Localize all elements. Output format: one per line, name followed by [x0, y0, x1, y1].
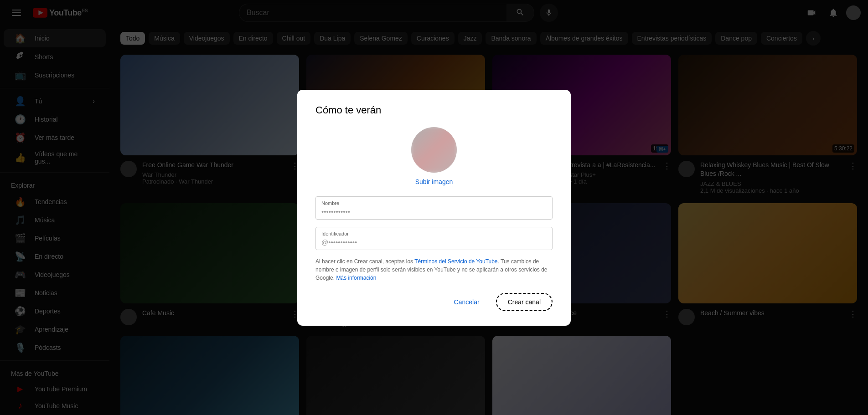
modal-actions: Cancelar Crear canal: [315, 293, 553, 311]
id-value: @••••••••••••: [321, 238, 547, 246]
name-value: ••••••••••••: [321, 208, 547, 215]
id-field-wrapper: Identificador @••••••••••••: [315, 227, 553, 250]
upload-image-link[interactable]: Subir imagen: [415, 178, 453, 185]
modal-overlay[interactable]: Cómo te verán Subir imagen Nombre ••••••…: [0, 0, 868, 415]
id-prefix: @: [321, 238, 328, 246]
create-channel-button[interactable]: Crear canal: [496, 293, 553, 311]
modal-dialog: Cómo te verán Subir imagen Nombre ••••••…: [297, 90, 571, 326]
modal-name-field: Nombre ••••••••••••: [315, 196, 553, 220]
modal-id-field: Identificador @••••••••••••: [315, 227, 553, 250]
more-info-link[interactable]: Más información: [336, 275, 376, 281]
name-label: Nombre: [321, 200, 547, 206]
terms-link[interactable]: Términos del Servicio de YouTube: [414, 258, 497, 265]
modal-disclaimer: Al hacer clic en Crear canal, aceptas lo…: [315, 257, 553, 282]
id-value-text: ••••••••••••: [328, 238, 357, 246]
id-label: Identificador: [321, 231, 547, 236]
avatar-image: [411, 127, 457, 173]
name-field-wrapper: Nombre ••••••••••••: [315, 196, 553, 220]
modal-avatar: [411, 127, 457, 173]
modal-avatar-section: Subir imagen: [315, 127, 553, 185]
cancel-button[interactable]: Cancelar: [443, 293, 491, 311]
modal-title: Cómo te verán: [315, 104, 553, 116]
